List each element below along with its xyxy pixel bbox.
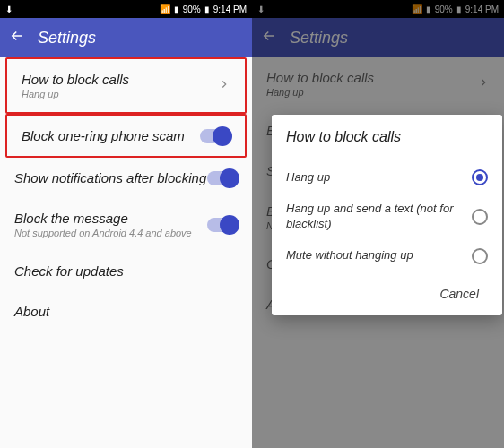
setting-sub: Hang up — [22, 89, 218, 99]
signal-icon: ▮ — [174, 4, 179, 14]
back-icon[interactable] — [9, 28, 25, 47]
radio-label: Hang up — [286, 170, 463, 185]
cancel-button[interactable]: Cancel — [430, 280, 488, 308]
setting-label: Block one-ring phone scam — [22, 128, 200, 143]
radio-option-mute[interactable]: Mute without hanging up — [286, 240, 488, 272]
setting-show-notifications[interactable]: Show notifications after blocking — [0, 158, 252, 198]
wifi-icon: 📶 — [160, 4, 170, 14]
setting-check-updates[interactable]: Check for updates — [0, 251, 252, 291]
battery-percent: 90% — [183, 4, 201, 14]
radio-option-hang-up[interactable]: Hang up — [286, 161, 488, 194]
dialog-how-to-block: How to block calls Hang up Hang up and s… — [272, 115, 502, 315]
setting-block-one-ring[interactable]: Block one-ring phone scam — [5, 114, 247, 158]
radio-button-icon — [472, 169, 488, 185]
dialog-actions: Cancel — [286, 280, 488, 308]
radio-button-icon — [472, 209, 488, 225]
setting-label: Show notifications after blocking — [14, 170, 207, 185]
radio-label: Mute without hanging up — [286, 248, 463, 263]
setting-label: How to block calls — [22, 72, 218, 87]
app-bar: Settings — [0, 18, 252, 57]
screen-settings-right: ⬇ 📶 ▮ 90% ▮ 9:14 PM Settings How to bloc… — [252, 0, 504, 448]
setting-label: About — [14, 304, 238, 319]
setting-label: Block the message — [14, 211, 207, 226]
toggle-switch[interactable] — [207, 171, 238, 185]
toggle-switch[interactable] — [200, 129, 230, 143]
clock: 9:14 PM — [213, 4, 247, 14]
toggle-switch[interactable] — [207, 218, 238, 232]
status-bar: ⬇ 📶 ▮ 90% ▮ 9:14 PM — [0, 0, 252, 18]
radio-label: Hang up and send a text (not for blackli… — [286, 202, 463, 232]
screen-settings-left: ⬇ 📶 ▮ 90% ▮ 9:14 PM Settings How to bloc… — [0, 0, 252, 448]
setting-label: Check for updates — [14, 263, 238, 279]
settings-list: How to block calls Hang up Block one-rin… — [0, 57, 252, 332]
dropbox-icon: ⬇ — [5, 4, 13, 14]
setting-sub: Not supported on Android 4.4 and above — [14, 228, 207, 238]
setting-about[interactable]: About — [0, 291, 252, 332]
chevron-right-icon — [218, 78, 230, 94]
dialog-title: How to block calls — [286, 129, 488, 145]
setting-how-to-block[interactable]: How to block calls Hang up — [5, 57, 247, 114]
battery-icon: ▮ — [204, 4, 210, 14]
radio-option-hang-up-text[interactable]: Hang up and send a text (not for blackli… — [286, 194, 488, 240]
page-title: Settings — [38, 29, 96, 47]
setting-block-message[interactable]: Block the message Not supported on Andro… — [0, 198, 252, 251]
radio-button-icon — [472, 248, 488, 264]
